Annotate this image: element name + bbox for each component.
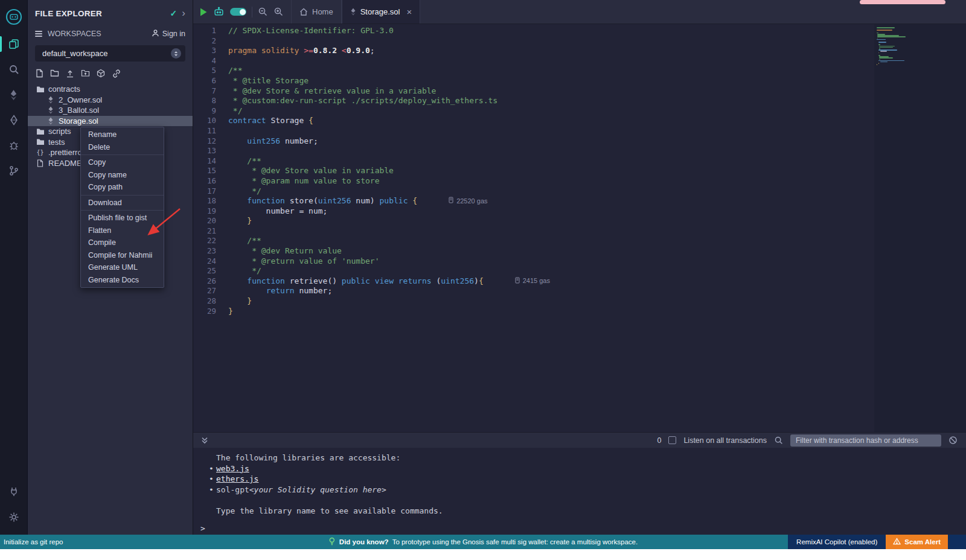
toolbar-divider — [252, 7, 252, 18]
context-menu-item-download[interactable]: Download — [81, 197, 164, 209]
person-icon — [152, 29, 159, 39]
minimap-line — [877, 39, 886, 40]
upload-folder-icon[interactable] — [81, 69, 90, 77]
context-menu-item-publish-file-to-gist[interactable]: Publish file to gist — [81, 212, 164, 224]
tab-home[interactable]: Home — [291, 0, 342, 24]
context-menu-item-rename[interactable]: Rename — [81, 129, 164, 141]
code-token — [228, 166, 247, 175]
git-icon[interactable] — [0, 159, 28, 182]
import-ipfs-icon[interactable] — [97, 69, 105, 78]
code-editor[interactable]: 1// SPDX-License-Identifier: GPL-3.023pr… — [193, 24, 966, 432]
context-menu-item-delete[interactable]: Delete — [81, 141, 164, 154]
code-text: * @dev Store value in variable — [228, 166, 394, 175]
terminal-line: •web3.js — [200, 463, 966, 474]
run-script-play-button[interactable] — [199, 7, 208, 17]
browser-scrollbar-thumb[interactable] — [860, 0, 945, 4]
zoom-out-button[interactable] — [258, 7, 268, 17]
context-menu-item-flatten[interactable]: Flatten — [81, 224, 164, 237]
terminal-output[interactable]: The following libraries are accessible:•… — [193, 448, 966, 535]
context-menu-item-generate-docs[interactable]: Generate Docs — [81, 274, 164, 287]
line-number: 15 — [193, 166, 228, 175]
zoom-in-button[interactable] — [273, 7, 284, 17]
code-token — [228, 256, 247, 266]
code-token: num) — [351, 196, 380, 205]
code-line: 22 /** — [193, 236, 874, 246]
code-token: } — [247, 296, 252, 305]
code-line: 8 * @custom:dev-run-script ./scripts/dep… — [193, 96, 874, 106]
code-token: { — [412, 196, 417, 205]
filter-transaction-input[interactable] — [790, 434, 941, 447]
code-text: */ — [228, 186, 261, 196]
deploy-run-icon[interactable] — [0, 109, 28, 132]
create-file-icon[interactable] — [35, 69, 43, 78]
git-init-button[interactable]: Initialize as git repo — [0, 535, 69, 549]
context-menu-item-copy[interactable]: Copy — [81, 156, 164, 169]
code-token: uint256 — [441, 276, 474, 285]
ai-assistant-robot-icon[interactable] — [213, 7, 225, 17]
gas-estimate-badge: 2415 gas — [515, 277, 550, 285]
line-number: 24 — [193, 256, 228, 266]
hamburger-menu-icon[interactable] — [35, 31, 42, 37]
context-menu-item-copy-path[interactable]: Copy path — [81, 181, 164, 194]
tree-item[interactable]: contracts — [28, 84, 193, 95]
context-menu-item-generate-uml[interactable]: Generate UML — [81, 261, 164, 274]
scam-alert-button[interactable]: Scam Alert — [886, 535, 948, 549]
settings-icon[interactable] — [0, 506, 28, 529]
import-url-icon[interactable] — [112, 69, 121, 78]
code-text: * @title Storage — [228, 76, 309, 85]
panel-title: FILE EXPLORER — [35, 9, 102, 18]
code-text: contract Storage { — [228, 116, 313, 125]
context-menu-item-compile[interactable]: Compile — [81, 237, 164, 249]
copilot-toggle[interactable] — [230, 8, 246, 16]
code-token: view — [375, 276, 394, 285]
context-menu-item-copy-name[interactable]: Copy name — [81, 169, 164, 182]
menu-separator — [81, 154, 164, 155]
code-text: } — [228, 307, 233, 316]
gas-icon — [515, 277, 520, 285]
code-line: 26 function retrieve() public view retur… — [193, 276, 874, 287]
minimap-line — [878, 52, 879, 54]
create-folder-icon[interactable] — [50, 69, 59, 77]
editor-tabbar: Home Storage.sol × — [193, 0, 966, 24]
code-token: public — [342, 276, 370, 285]
minimap-line — [877, 64, 877, 65]
search-icon[interactable] — [0, 58, 28, 81]
close-tab-icon[interactable]: × — [406, 7, 412, 16]
terminal-library-link[interactable]: ethers.js — [216, 474, 258, 485]
plugin-manager-icon[interactable] — [0, 480, 28, 503]
copilot-status[interactable]: RemixAI Copilot (enabled) — [788, 535, 886, 549]
tree-item[interactable]: 2_Owner.sol — [28, 95, 193, 106]
bullet-icon: • — [209, 474, 216, 485]
tree-item[interactable]: 3_Ballot.sol — [28, 105, 193, 116]
chevron-right-icon[interactable]: › — [182, 7, 185, 19]
code-line: 20 } — [193, 216, 874, 226]
listen-transactions-checkbox[interactable] — [668, 436, 676, 444]
debugger-icon[interactable] — [0, 134, 28, 157]
file-explorer-icon[interactable] — [0, 33, 28, 56]
terminal-library-link[interactable]: web3.js — [216, 463, 249, 474]
minimap[interactable] — [877, 27, 919, 65]
tree-item-label: tests — [48, 138, 65, 147]
code-token — [228, 236, 247, 245]
code-token — [228, 266, 247, 275]
code-text: * @return value of 'number' — [228, 256, 379, 266]
line-number: 4 — [193, 56, 228, 65]
line-number: 14 — [193, 156, 228, 165]
folder-icon — [36, 138, 45, 145]
workspace-selector[interactable]: default_workspace — [35, 45, 185, 62]
terminal-prompt[interactable]: > — [200, 523, 966, 534]
tab-storage-sol[interactable]: Storage.sol × — [342, 0, 421, 24]
bullet-icon: • — [209, 485, 216, 495]
upload-file-icon[interactable] — [66, 69, 74, 78]
sign-in-button[interactable]: Sign in — [152, 29, 185, 39]
context-menu-item-compile-for-nahmii[interactable]: Compile for Nahmii — [81, 249, 164, 262]
code-text: */ — [228, 106, 242, 115]
expand-terminal-icon[interactable] — [200, 436, 209, 445]
clear-console-icon[interactable] — [948, 436, 958, 445]
code-token: * @dev Return value — [247, 246, 342, 255]
tree-item[interactable]: Storage.sol — [28, 116, 193, 127]
solidity-compiler-icon[interactable] — [0, 83, 28, 106]
context-menu: RenameDeleteCopyCopy nameCopy pathDownlo… — [80, 127, 164, 288]
line-number: 27 — [193, 286, 228, 295]
workspace-badge-icon[interactable] — [171, 48, 181, 59]
